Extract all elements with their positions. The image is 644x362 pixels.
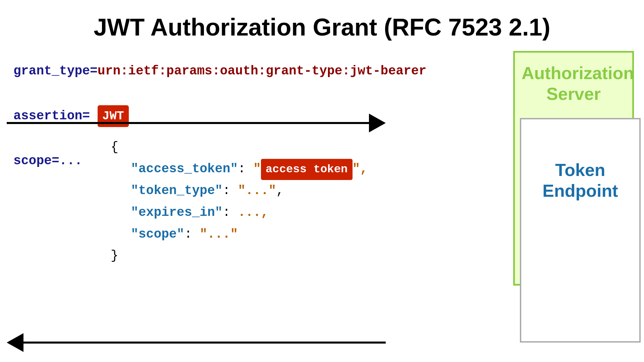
colon4: : [184, 227, 200, 241]
access-token-key: "access_token" [131, 162, 238, 176]
token-endpoint-label: Token Endpoint [521, 119, 639, 208]
auth-server-label: Authorization Server [515, 53, 632, 115]
token-type-value: "..." [238, 183, 276, 198]
scope-key: "scope" [131, 227, 184, 241]
grant-type-value: urn:ietf:params:oauth:grant-type:jwt-bea… [98, 64, 427, 78]
token-type-key: "token_type" [131, 183, 223, 198]
arrow-right-line [7, 122, 369, 124]
eq1: = [90, 64, 98, 78]
expires-in-value: ..., [238, 205, 268, 220]
main-content: grant_type=urn:ietf:params:oauth:grant-t… [0, 51, 644, 359]
colon1: : [238, 162, 253, 176]
response-arrow [7, 339, 386, 346]
colon3: : [223, 205, 238, 220]
scope-line: "scope": "..." [131, 224, 368, 245]
eq3: = [52, 154, 59, 168]
quote-comma: ", [353, 162, 368, 176]
auth-server-container: Authorization Server Token Endpoint [513, 51, 641, 343]
scope-name: scope [13, 154, 52, 168]
arrow-left-head [7, 333, 23, 352]
token-type-line: "token_type": "...", [131, 180, 368, 202]
access-token-badge: access token [261, 159, 353, 180]
open-brace: { [111, 140, 118, 154]
colon2: : [223, 183, 238, 198]
page-title: JWT Authorization Grant (RFC 7523 2.1) [0, 0, 644, 51]
close-brace: } [111, 248, 118, 263]
access-token-line: "access_token": "access token", [131, 158, 368, 180]
arrow-left-line [23, 342, 386, 344]
comma2: , [276, 183, 284, 198]
token-endpoint-box: Token Endpoint [520, 118, 641, 343]
request-line-1: grant_type=urn:ietf:params:oauth:grant-t… [13, 61, 426, 81]
arrow-right-head [369, 114, 386, 132]
request-arrow [7, 120, 386, 126]
grant-type-name: grant_type [13, 64, 90, 78]
expires-in-line: "expires_in": ..., [131, 202, 368, 224]
response-json-block: { "access_token": "access token", "token… [111, 136, 368, 267]
quote-open: " [253, 162, 261, 176]
scope-json-value: "..." [200, 227, 238, 241]
expires-in-key: "expires_in" [131, 205, 223, 220]
scope-value: ... [59, 154, 82, 168]
